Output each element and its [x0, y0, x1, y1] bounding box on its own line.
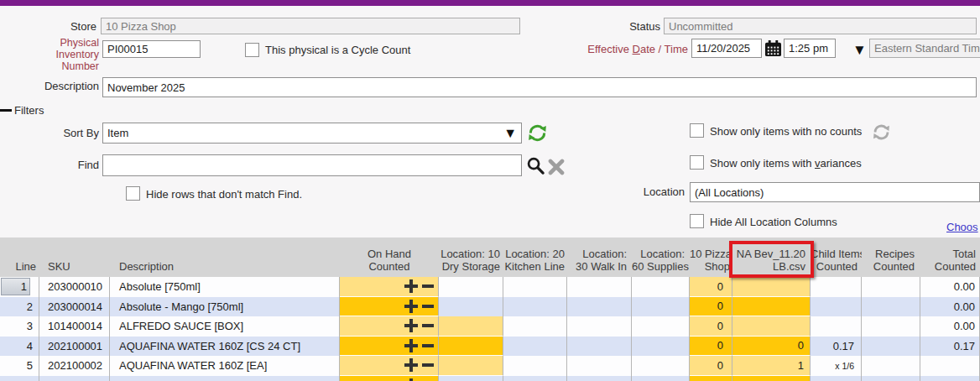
clear-find-icon[interactable] — [548, 159, 565, 175]
cell-line[interactable]: 2 — [0, 297, 39, 317]
decrement-count-icon[interactable] — [422, 363, 434, 367]
cell-nabev[interactable]: 1 — [732, 356, 811, 376]
cell-line[interactable]: 1 — [0, 277, 39, 297]
cell-kitchen — [503, 337, 567, 357]
selected-row-indicator[interactable]: 1 — [0, 277, 33, 297]
cell-supplies — [632, 356, 690, 376]
cell-pizza[interactable]: 0 — [690, 356, 732, 376]
cell-pizza[interactable]: 0 — [690, 297, 732, 317]
time-dropdown-arrow-icon[interactable]: ▼ — [852, 43, 867, 57]
status-value: Uncommitted — [669, 20, 733, 33]
search-icon[interactable] — [526, 156, 545, 175]
cell-pizza[interactable]: 0 — [690, 316, 732, 337]
cell-kitchen — [503, 316, 567, 337]
table-row: 5202100002AQUAFINA WATER 160Z [EA]01x 1/… — [0, 356, 980, 376]
column-header-sku[interactable]: SKU — [39, 260, 110, 277]
column-header-line[interactable]: Line — [0, 260, 39, 277]
calendar-icon[interactable] — [764, 40, 782, 57]
table-row — [0, 376, 980, 381]
column-header-child[interactable]: Child ItemsCounted — [811, 248, 862, 277]
effective-date-field[interactable]: 11/20/2025 — [691, 39, 762, 58]
decrement-count-icon[interactable] — [422, 305, 434, 308]
store-field: 10 Pizza Shop — [101, 18, 520, 34]
column-header-kitchen[interactable]: Location: 20Kitchen Line — [503, 248, 567, 277]
cell-dry — [439, 277, 503, 297]
cell-walkin — [567, 356, 632, 376]
cell-onhand[interactable] — [340, 316, 439, 337]
column-header-onhand[interactable]: On HandCounted — [340, 248, 439, 277]
description-field[interactable]: November 2025 — [102, 77, 977, 97]
cell-nabev[interactable] — [732, 376, 811, 381]
hide-rows-checkbox[interactable] — [126, 186, 140, 201]
decrement-count-icon[interactable] — [422, 344, 434, 347]
cell-desc: Absolute [750ml] — [110, 277, 340, 297]
increment-count-icon[interactable] — [404, 319, 418, 332]
filters-collapse-icon[interactable] — [0, 109, 12, 112]
cell-recipes — [862, 277, 920, 297]
refresh-counts-icon[interactable] — [873, 123, 890, 141]
cell-onhand[interactable] — [340, 356, 439, 376]
location-dropdown[interactable]: (All Locations) — [690, 182, 980, 202]
decrement-count-icon[interactable] — [422, 324, 434, 327]
cell-total: 0.00 — [920, 297, 980, 317]
cell-line[interactable] — [0, 376, 39, 381]
increment-count-icon[interactable] — [404, 358, 418, 372]
cell-value-pizza: 0 — [717, 320, 723, 332]
cell-supplies — [632, 297, 690, 317]
cell-nabev[interactable] — [732, 277, 811, 297]
choose-columns-link[interactable]: Choos — [946, 221, 980, 233]
cell-value-pizza: 0 — [717, 280, 723, 293]
cell-nabev[interactable] — [732, 316, 811, 337]
cell-sku — [39, 376, 110, 381]
cell-pizza[interactable] — [690, 376, 732, 381]
table-header-row: LineSKUDescriptionOn HandCountedLocation… — [0, 237, 980, 277]
cell-value-line: 2 — [27, 300, 33, 313]
cell-onhand[interactable] — [340, 337, 439, 357]
decrement-count-icon[interactable] — [422, 284, 434, 288]
increment-count-icon[interactable] — [404, 300, 418, 313]
cell-pizza[interactable]: 0 — [690, 337, 732, 357]
sort-by-dropdown[interactable]: Item ▼ — [102, 123, 522, 144]
increment-count-icon[interactable] — [404, 339, 418, 352]
status-field: Uncommitted — [664, 18, 977, 34]
cell-onhand[interactable] — [340, 277, 439, 297]
show-no-counts-checkbox[interactable] — [690, 123, 704, 138]
cell-dry[interactable] — [439, 356, 503, 376]
effective-time-field[interactable]: 1:25 pm — [784, 39, 836, 58]
cell-line[interactable]: 4 — [0, 337, 39, 357]
count-adjust-controls — [404, 339, 438, 352]
location-label: Location — [621, 185, 685, 198]
cell-nabev[interactable] — [732, 297, 811, 317]
show-variances-checkbox[interactable] — [690, 155, 704, 170]
column-header-pizza[interactable]: 10 PizzaShop — [690, 248, 732, 277]
find-input[interactable] — [102, 154, 522, 176]
cycle-count-checkbox[interactable] — [245, 43, 259, 57]
cell-dry[interactable] — [439, 316, 503, 337]
cell-value-total: 0.17 — [954, 340, 975, 352]
cell-onhand[interactable] — [340, 376, 439, 381]
cell-pizza[interactable]: 0 — [690, 277, 732, 297]
cell-line[interactable]: 5 — [0, 356, 39, 376]
cell-child: x 1/6 — [811, 356, 862, 376]
column-header-walkin[interactable]: Location:30 Walk In — [567, 248, 632, 277]
column-header-text: Description — [119, 260, 174, 273]
physical-inventory-number-field[interactable]: PI00015 — [102, 40, 201, 58]
hide-location-columns-checkbox[interactable] — [690, 214, 704, 228]
increment-count-icon[interactable] — [404, 279, 418, 293]
cell-dry[interactable] — [439, 337, 503, 357]
refresh-sort-icon[interactable] — [528, 123, 547, 143]
cell-kitchen — [503, 376, 567, 381]
column-header-recipes[interactable]: RecipesCounted — [862, 248, 920, 277]
cell-recipes — [862, 297, 920, 317]
column-header-supplies[interactable]: Location:60 Supplies — [632, 248, 690, 277]
cell-nabev[interactable]: 0 — [732, 337, 811, 357]
column-header-desc[interactable]: Description — [110, 260, 340, 277]
cell-line[interactable]: 3 — [0, 316, 39, 337]
column-header-text: Shop — [705, 260, 730, 273]
cell-desc: AQUAFINA WATER 160Z [EA] — [110, 356, 340, 376]
column-header-total[interactable]: TotalCounted — [920, 248, 980, 277]
column-header-dry[interactable]: Location: 10Dry Storage — [439, 248, 503, 277]
location-value: (All Locations) — [695, 186, 764, 199]
cell-desc — [110, 376, 340, 381]
cell-onhand[interactable] — [340, 297, 439, 317]
